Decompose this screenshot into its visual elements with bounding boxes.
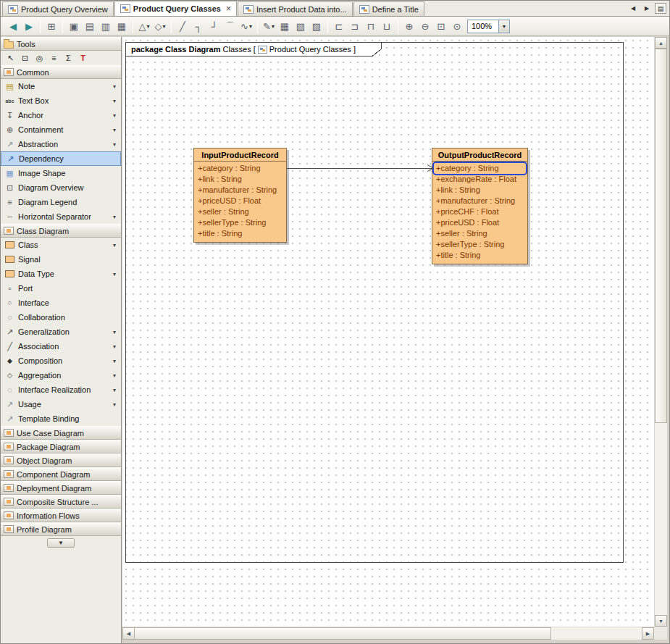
palette-section-common[interactable]: Common	[1, 65, 121, 79]
paste-button[interactable]: ▤	[82, 18, 98, 34]
palette-item-horizontal-separator[interactable]: Horizontal Separator▾	[1, 209, 121, 224]
palette-item-abstraction[interactable]: Abstraction▾	[1, 137, 121, 151]
palette-section-use-case-diagram[interactable]: Use Case Diagram	[1, 426, 121, 440]
back-button[interactable]: ◀	[5, 18, 21, 34]
class-attribute[interactable]: +title : String	[434, 250, 526, 261]
select-in-containment-tree-button[interactable]: ⊞	[43, 18, 59, 34]
document-tab-insert-product-data-into[interactable]: Insert Product Data into...	[238, 1, 353, 16]
chevron-down-icon[interactable]: ▾	[110, 271, 119, 277]
chevron-down-icon[interactable]: ▼	[498, 20, 509, 33]
palette-section-package-diagram[interactable]: Package Diagram	[1, 440, 121, 453]
palette-item-composition[interactable]: Composition▾	[1, 354, 121, 368]
chevron-down-icon[interactable]: ▾	[110, 83, 119, 90]
palette-item-template-binding[interactable]: Template Binding	[1, 411, 121, 426]
zoom-in-button[interactable]: ⊕	[401, 18, 417, 34]
palette-item-class[interactable]: Class▾	[1, 238, 121, 252]
document-tab-product-query-overview[interactable]: Product Query Overview	[2, 1, 114, 16]
class-attribute[interactable]: +manufacturer : String	[196, 185, 285, 196]
chevron-down-icon[interactable]: ▾	[110, 112, 119, 119]
pointer-tool-button[interactable]: ↖	[4, 52, 17, 64]
palette-item-signal[interactable]: Signal	[1, 252, 121, 267]
class-attribute[interactable]: +priceCHF : Float	[434, 206, 526, 217]
chevron-down-icon[interactable]: ▾	[110, 387, 119, 393]
order-tool-button[interactable]: Σ	[62, 52, 75, 64]
scroll-down-button[interactable]: ▼	[655, 615, 667, 627]
diagram-canvas[interactable]: package Class Diagram Classes [ Product …	[122, 37, 654, 627]
chevron-down-icon[interactable]: ▾	[110, 329, 119, 335]
palette-item-interface-realization[interactable]: Interface Realization▾	[1, 382, 121, 397]
rectilinear-path-button[interactable]: ┐	[190, 18, 206, 34]
palette-item-association[interactable]: Association▾	[1, 339, 121, 354]
oblique-path-button[interactable]: ╱	[175, 18, 190, 34]
class-attribute[interactable]: +category : String	[196, 163, 285, 174]
chevron-down-icon[interactable]: ▾	[110, 214, 119, 220]
align-tool-button[interactable]: ≡	[48, 52, 60, 64]
shape-creation-button[interactable]: △▾	[136, 18, 152, 34]
chevron-down-icon[interactable]: ▾	[110, 141, 119, 148]
palette-item-aggregation[interactable]: Aggregation▾	[1, 368, 121, 382]
palette-scroll-down-button[interactable]: ▼	[47, 538, 75, 548]
send-backward-button[interactable]: ▨	[309, 18, 324, 34]
relation-creation-button[interactable]: ◇▾	[152, 18, 168, 34]
class-attribute[interactable]: +sellerType : String	[434, 239, 526, 250]
class-attribute[interactable]: +sellerType : String	[196, 217, 285, 228]
palette-item-dependency[interactable]: Dependency	[1, 151, 121, 166]
chevron-down-icon[interactable]: ▾	[110, 358, 119, 364]
zoom-actual-button[interactable]: ⊙	[449, 18, 465, 34]
sticky-tool-button[interactable]: ◎	[33, 52, 46, 64]
palette-section-object-diagram[interactable]: Object Diagram	[1, 453, 121, 467]
paste-special-button[interactable]: ▦	[114, 18, 130, 34]
class-attribute[interactable]: +category : String	[434, 163, 526, 174]
chevron-down-icon[interactable]: ▾	[110, 372, 119, 379]
copy-image-button[interactable]: ▥	[98, 18, 114, 34]
scroll-right-button[interactable]: ▶	[642, 627, 654, 640]
class-attribute[interactable]: +exchangeRate : Float	[434, 174, 526, 185]
forward-button[interactable]: ▶	[21, 18, 37, 34]
palette-item-usage[interactable]: Usage▾	[1, 397, 121, 411]
class-attribute[interactable]: +manufacturer : String	[434, 196, 526, 206]
palette-item-diagram-overview[interactable]: Diagram Overview	[1, 180, 121, 195]
palette-item-data-type[interactable]: Data Type▾	[1, 267, 121, 281]
palette-item-note[interactable]: Note▾	[1, 79, 121, 93]
marquee-tool-button[interactable]: ⊡	[19, 52, 31, 64]
text-tool-button[interactable]: T	[77, 52, 89, 64]
class-attribute[interactable]: +link : String	[196, 174, 285, 185]
class-attribute[interactable]: +priceUSD : Float	[196, 196, 285, 206]
zoom-out-button[interactable]: ⊖	[417, 18, 433, 34]
palette-item-port[interactable]: Port	[1, 281, 121, 296]
palette-section-class-diagram[interactable]: Class Diagram	[1, 224, 121, 238]
chevron-down-icon[interactable]: ▾	[110, 401, 119, 408]
tab-close-icon[interactable]: ×	[226, 4, 231, 13]
fit-in-window-button[interactable]: ⊡	[433, 18, 449, 34]
quick-style-button[interactable]: ✎▾	[261, 18, 277, 34]
chevron-down-icon[interactable]: ▾	[110, 343, 119, 350]
class-attribute[interactable]: +priceUSD : Float	[434, 217, 526, 228]
align-bottom-button[interactable]: ⊔	[379, 18, 395, 34]
palette-section-component-diagram[interactable]: Component Diagram	[1, 467, 121, 481]
palette-item-anchor[interactable]: Anchor▾	[1, 108, 121, 122]
class-outputproductrecord[interactable]: OutputProductRecord+category : String+ex…	[432, 148, 528, 264]
class-attribute[interactable]: +seller : String	[196, 206, 285, 217]
chevron-down-icon[interactable]: ▾	[110, 242, 119, 248]
chevron-down-icon[interactable]: ▾	[110, 98, 119, 104]
palette-item-containment[interactable]: Containment▾	[1, 122, 121, 137]
tools-section-header[interactable]: Tools	[1, 37, 121, 51]
align-right-button[interactable]: ⊐	[347, 18, 363, 34]
horizontal-scrollbar-thumb[interactable]	[134, 627, 551, 640]
document-tab-product-query-classes[interactable]: Product Query Classes×	[114, 1, 237, 16]
chevron-down-icon[interactable]: ▾	[110, 127, 119, 133]
palette-section-profile-diagram[interactable]: Profile Diagram	[1, 522, 121, 536]
class-attribute[interactable]: +seller : String	[434, 228, 526, 239]
align-top-button[interactable]: ⊓	[363, 18, 379, 34]
class-attribute[interactable]: +title : String	[196, 228, 285, 239]
document-tab-define-a-title[interactable]: Define a Title	[353, 1, 424, 16]
palette-item-text-box[interactable]: Text Box▾	[1, 93, 121, 108]
palette-section-information-flows[interactable]: Information Flows	[1, 509, 121, 522]
bring-forward-button[interactable]: ▧	[293, 18, 309, 34]
tab-list-button[interactable]: ▤	[655, 3, 666, 14]
class-attribute[interactable]: +link : String	[434, 185, 526, 196]
copy-button[interactable]: ▣	[66, 18, 82, 34]
palette-item-image-shape[interactable]: Image Shape	[1, 166, 121, 180]
vertical-scrollbar[interactable]: ▲ ▼	[654, 37, 667, 627]
align-left-button[interactable]: ⊏	[331, 18, 347, 34]
